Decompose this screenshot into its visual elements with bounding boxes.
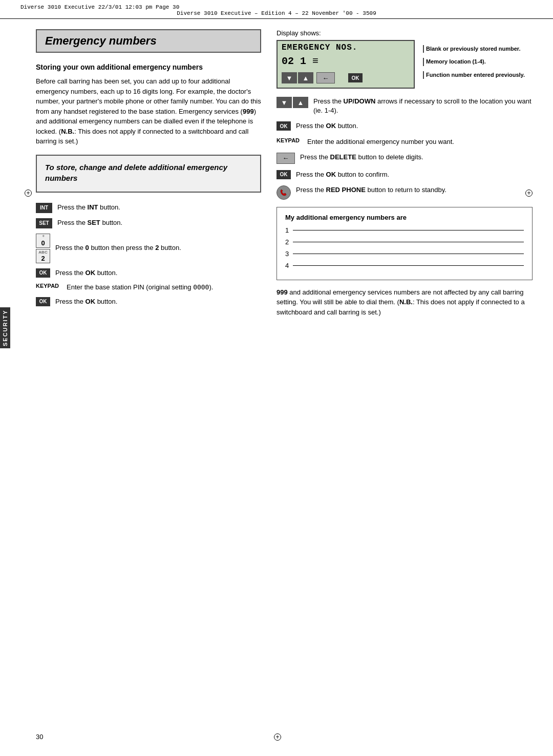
page-header: Diverse 3010 Executive 22/3/01 12:03 pm … [0,0,553,19]
int-button-icon: INT [36,203,52,213]
emergency-underline-4 [293,265,524,266]
instr-delete-text: Press the DELETE button to delete digits… [300,153,423,162]
header-line1: Diverse 3010 Executive 22/3/01 12:03 pm … [20,4,533,10]
security-tab: SECURITY [0,307,10,348]
instr-0-2-text: Press the 0 button then press the 2 butt… [55,243,181,253]
reg-mark-left [25,190,32,197]
ok-button-icon-2: OK [36,297,50,306]
instr-keypad-r: KEYPAD Enter the additional emergency nu… [276,137,533,146]
instr-ok-1: OK Press the OK button. [36,268,261,278]
instr-redphone: Press the RED PHONE button to return to … [276,185,533,200]
display-screen: EMERGENCY NOS. 02 1 ≡ ▼ ▲ ← OK [276,40,415,89]
page-number: 30 [36,733,43,741]
back-delete-icon: ← [316,72,335,83]
right-instructions: ▼ ▲ Press the UP/DOWN arrows if necessar… [276,97,533,200]
keypad-label-1: KEYPAD [36,283,61,289]
body-text: Before call barring has been set, you ca… [36,76,261,146]
emergency-line-2: 2 [285,238,524,246]
annot-memory: Memory location (1-4). [423,58,525,66]
emergency-underline-1 [293,230,524,230]
keypad-label-r: KEYPAD [276,137,302,143]
section-title-box: Emergency numbers [36,29,261,53]
instr-ok-r1-text: Press the OK button. [296,121,358,131]
instr-ok-2: OK Press the OK button. [36,297,261,306]
instr-keypad-pin: KEYPAD Enter the base station PIN (origi… [36,283,261,292]
my-emergency-box: My additional emergency numbers are 1 2 … [276,207,533,280]
instr-delete: ← Press the DELETE button to delete digi… [276,153,533,164]
right-column: Display shows: EMERGENCY NOS. 02 1 ≡ ▼ ▲… [276,29,533,317]
emergency-line-3: 3 [285,250,524,258]
arrow-down-btn: ▼ [276,97,292,108]
instr-ok-1-text: Press the OK button. [55,268,117,278]
emergency-underline-2 [293,242,524,242]
header-line2: Diverse 3010 Executive – Edition 4 – 22 … [20,10,533,16]
instr-ok-r2: OK Press the OK button to confirm. [276,170,533,179]
instr-updown-text: Press the UP/DOWN arrows if necessary to… [313,97,533,115]
display-screen-area: EMERGENCY NOS. 02 1 ≡ ▼ ▲ ← OK [276,40,415,89]
store-box: To store, change and delete additional e… [36,155,261,193]
annot-function: Function number entered previously. [423,71,525,79]
emergency-num-2: 2 [285,238,289,246]
left-column: Emergency numbers Storing your own addit… [36,29,261,317]
instr-ok-2-text: Press the OK button. [55,297,117,306]
page-content: Emergency numbers Storing your own addit… [0,19,553,327]
arrow-up-btn: ▲ [293,97,308,108]
arrow-down-icon: ▼ [282,72,297,83]
emergency-underline-3 [293,254,524,254]
red-phone-icon [276,185,291,200]
ok-right-icon-1: OK [276,121,291,131]
instr-0-2: ⁰ 0 ABC 2 Press the 0 button then press … [36,234,261,263]
instr-updown: ▼ ▲ Press the UP/DOWN arrows if necessar… [276,97,533,115]
section-title: Emergency numbers [45,34,252,48]
emergency-line-1: 1 [285,226,524,234]
ok-right-icon-2: OK [276,170,291,179]
emergency-num-3: 3 [285,250,289,258]
my-emergency-title: My additional emergency numbers are [285,214,524,221]
button-2-icon: ABC 2 [36,249,50,263]
display-label: Display shows: [276,29,533,37]
display-button-row: ▼ ▲ ← OK [278,70,414,88]
set-button-icon: SET [36,218,52,228]
emergency-num-1: 1 [285,226,289,234]
reg-mark-bottom [274,733,281,741]
instr-keypad-pin-text: Enter the base station PIN (original set… [67,283,213,292]
emergency-line-4: 4 [285,262,524,269]
ok-button-icon-1: OK [36,268,50,278]
instr-ok-r2-text: Press the OK button to confirm. [296,170,389,179]
instr-int-text: Press the INT button. [57,203,120,212]
instr-keypad-r-text: Enter the additional emergency number yo… [307,137,454,146]
delete-icon: ← [276,153,295,164]
instr-int: INT Press the INT button. [36,203,261,213]
instr-redphone-text: Press the RED PHONE button to return to … [296,185,446,195]
ok-display-icon: OK [348,73,363,82]
annot-blank: Blank or previously stored number. [423,45,525,53]
updown-icon: ▼ ▲ [276,97,308,108]
instr-set-text: Press the SET button. [57,218,122,227]
subsection-title: Storing your own additional emergency nu… [36,63,261,71]
instr-set: SET Press the SET button. [36,218,261,228]
instr-ok-r1: OK Press the OK button. [276,121,533,131]
display-annotations: Blank or previously stored number. Memor… [423,40,525,84]
arrow-up-icon: ▲ [298,72,313,83]
display-row2: 02 1 ≡ [278,54,414,70]
reg-mark-right [525,190,533,197]
emergency-num-4: 4 [285,262,289,269]
bottom-text: 999 and additional emergency services nu… [276,287,533,318]
store-box-title: To store, change and delete additional e… [45,162,252,183]
button-0-icon: ⁰ 0 [36,234,50,248]
display-row1: EMERGENCY NOS. [278,41,414,54]
